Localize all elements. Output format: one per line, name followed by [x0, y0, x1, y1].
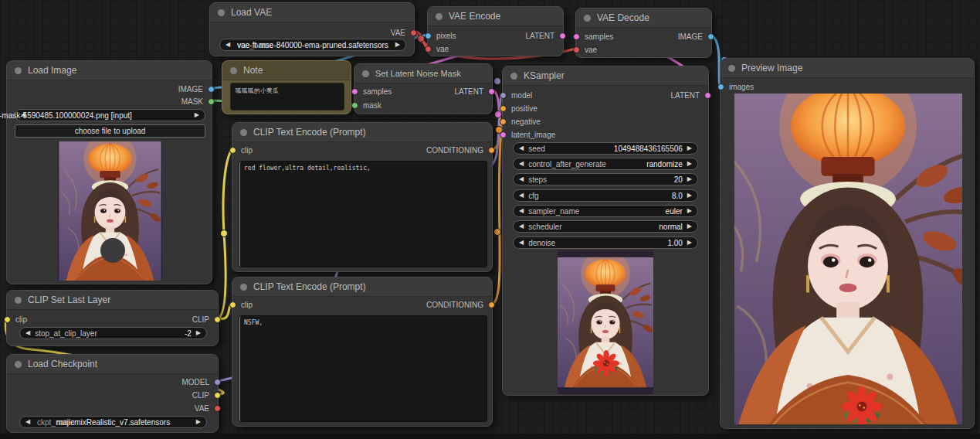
node-load-vae[interactable]: Load VAE VAE ◀ vae_name vae-ft-mse-84000…	[209, 2, 415, 56]
port-dot-icon[interactable]	[208, 86, 215, 93]
node-header[interactable]: CLIP Text Encode (Prompt)	[232, 123, 492, 142]
node-note[interactable]: Note 呱呱呱的小黄瓜	[222, 60, 351, 114]
port-dot-icon[interactable]	[717, 83, 724, 90]
link-dot[interactable]	[221, 230, 228, 237]
vae-name-widget[interactable]: ◀ vae_name vae-ft-mse-840000-ema-pruned.…	[219, 39, 406, 51]
input-port-mask[interactable]: mask	[351, 100, 381, 110]
prev-arrow-icon[interactable]: ◀	[519, 176, 524, 182]
next-arrow-icon[interactable]: ▶	[195, 112, 199, 118]
port-dot-icon[interactable]	[573, 46, 580, 53]
port-dot-icon[interactable]	[488, 301, 495, 308]
prev-arrow-icon[interactable]: ◀	[519, 161, 524, 167]
link-dot[interactable]	[494, 78, 501, 85]
port-dot-icon[interactable]	[214, 392, 221, 399]
port-dot-icon[interactable]	[573, 33, 580, 40]
collapse-dot-icon[interactable]	[584, 15, 591, 22]
port-dot-icon[interactable]	[208, 98, 215, 105]
port-dot-icon[interactable]	[229, 147, 236, 154]
prev-arrow-icon[interactable]: ◀	[519, 240, 524, 246]
next-arrow-icon[interactable]: ▶	[687, 192, 692, 199]
port-dot-icon[interactable]	[425, 32, 432, 39]
port-dot-icon[interactable]	[500, 92, 507, 99]
output-port-conditioning[interactable]: CONDITIONING	[426, 300, 495, 309]
node-load-checkpoint[interactable]: Load Checkpoint MODEL CLIP VAE ◀ ckpt_na…	[6, 354, 219, 433]
node-ksampler[interactable]: KSampler model positive negative latent_…	[502, 66, 709, 396]
next-arrow-icon[interactable]: ▶	[687, 223, 692, 230]
input-port-images[interactable]: images	[717, 82, 754, 91]
steps-widget[interactable]: ◀ steps 20 ▶	[513, 173, 698, 185]
output-port-vae[interactable]: VAE	[195, 403, 221, 413]
node-header[interactable]: VAE Decode	[576, 9, 711, 28]
output-port-conditioning[interactable]: CONDITIONING	[426, 145, 495, 155]
node-header[interactable]: VAE Encode	[428, 7, 563, 26]
next-arrow-icon[interactable]: ▶	[395, 42, 400, 48]
prev-arrow-icon[interactable]: ◀	[519, 192, 524, 199]
node-header[interactable]: Load Checkpoint	[7, 355, 218, 374]
node-header[interactable]: CLIP Set Last Layer	[7, 291, 218, 310]
port-dot-icon[interactable]	[559, 32, 566, 39]
port-dot-icon[interactable]	[229, 301, 236, 308]
port-dot-icon[interactable]	[351, 102, 358, 109]
node-header[interactable]: Set Latent Noise Mask	[354, 64, 492, 83]
output-port-latent[interactable]: LATENT	[670, 90, 711, 100]
note-text[interactable]: 呱呱呱的小黄瓜	[230, 83, 344, 111]
node-clip-text-encode-positive[interactable]: CLIP Text Encode (Prompt) clip CONDITION…	[232, 122, 493, 272]
input-port-clip[interactable]: clip	[4, 315, 27, 324]
input-port-pixels[interactable]: pixels	[425, 31, 456, 40]
next-arrow-icon[interactable]: ▶	[196, 330, 201, 336]
ckpt-name-widget[interactable]: ◀ ckpt_name majicmixRealistic_v7.safeten…	[19, 416, 207, 428]
input-port-clip[interactable]: clip	[229, 300, 253, 309]
denoise-widget[interactable]: ◀ denoise 1.00 ▶	[513, 237, 698, 249]
node-set-latent-noise-mask[interactable]: Set Latent Noise Mask samples mask LATEN…	[354, 63, 493, 114]
next-arrow-icon[interactable]: ▶	[687, 208, 692, 214]
output-port-latent[interactable]: LATENT	[454, 87, 495, 96]
port-dot-icon[interactable]	[214, 379, 221, 386]
output-port-vae[interactable]: VAE	[391, 28, 417, 37]
port-dot-icon[interactable]	[214, 405, 221, 412]
next-arrow-icon[interactable]: ▶	[687, 145, 692, 151]
collapse-dot-icon[interactable]	[15, 297, 22, 304]
input-port-latent-image[interactable]: latent_image	[500, 130, 555, 139]
node-header[interactable]: Note	[222, 61, 351, 80]
port-dot-icon[interactable]	[410, 29, 417, 36]
node-vae-decode[interactable]: VAE Decode samples vae IMAGE	[575, 8, 712, 58]
next-arrow-icon[interactable]: ▶	[196, 419, 201, 425]
node-graph-canvas[interactable]: Load VAE VAE ◀ vae_name vae-ft-mse-84000…	[0, 0, 980, 439]
port-dot-icon[interactable]	[4, 316, 11, 323]
port-dot-icon[interactable]	[488, 88, 495, 95]
output-port-clip[interactable]: CLIP	[192, 315, 221, 324]
link-dot[interactable]	[494, 229, 501, 236]
prompt-textarea[interactable]: red flower,ultra detail,realistic,	[239, 161, 487, 267]
input-port-samples[interactable]: samples	[573, 32, 613, 41]
collapse-dot-icon[interactable]	[15, 67, 22, 74]
output-port-mask[interactable]: MASK	[181, 97, 215, 106]
choose-file-button[interactable]: choose file to upload	[15, 124, 205, 138]
next-arrow-icon[interactable]: ▶	[687, 240, 692, 246]
stop-at-clip-layer-widget[interactable]: ◀ stop_at_clip_layer -2 ▶	[19, 327, 207, 339]
port-dot-icon[interactable]	[500, 105, 507, 112]
input-port-clip[interactable]: clip	[229, 145, 253, 155]
link-dot[interactable]	[418, 36, 425, 43]
sampler-name-widget[interactable]: ◀ sampler_name euler ▶	[513, 205, 698, 217]
node-header[interactable]: Preview Image	[721, 59, 974, 78]
node-header[interactable]: Load Image	[7, 61, 212, 80]
input-port-samples[interactable]: samples	[351, 87, 392, 96]
output-port-clip[interactable]: CLIP	[192, 390, 221, 400]
node-header[interactable]: Load VAE	[210, 3, 414, 22]
port-dot-icon[interactable]	[500, 118, 507, 125]
collapse-dot-icon[interactable]	[240, 129, 247, 136]
next-arrow-icon[interactable]: ▶	[687, 161, 692, 167]
node-header[interactable]: CLIP Text Encode (Prompt)	[232, 277, 492, 297]
input-port-vae[interactable]: vae	[425, 44, 449, 53]
output-port-model[interactable]: MODEL	[181, 377, 221, 386]
port-dot-icon[interactable]	[425, 46, 432, 53]
prompt-textarea[interactable]: NSFW,	[239, 315, 487, 422]
output-port-latent[interactable]: LATENT	[525, 31, 566, 40]
prev-arrow-icon[interactable]: ◀	[519, 208, 524, 214]
input-port-negative[interactable]: negative	[500, 117, 541, 126]
collapse-dot-icon[interactable]	[436, 13, 443, 20]
node-header[interactable]: KSampler	[503, 66, 708, 86]
control-after-generate-widget[interactable]: ◀ control_after_generate randomize ▶	[513, 158, 698, 170]
port-dot-icon[interactable]	[500, 131, 507, 138]
prev-arrow-icon[interactable]: ◀	[25, 419, 30, 425]
